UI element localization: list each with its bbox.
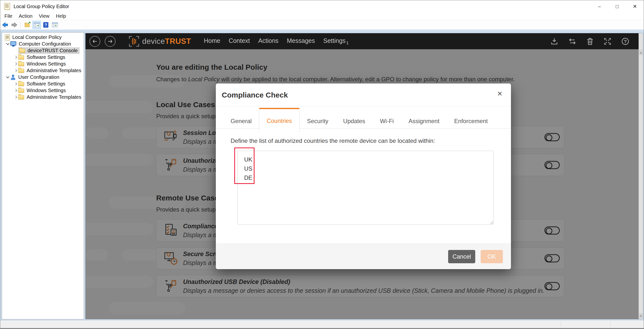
tab-assignment[interactable]: Assignment bbox=[401, 114, 447, 128]
tree-item-local-computer-policy[interactable]: Local Computer Policy bbox=[2, 34, 84, 41]
tab-general[interactable]: General bbox=[223, 114, 259, 128]
delete-icon[interactable] bbox=[586, 37, 594, 46]
back-icon[interactable] bbox=[1, 21, 9, 29]
country-entry: US bbox=[244, 164, 494, 173]
devicetrust-logo: deviceTRUST bbox=[128, 35, 191, 47]
computer-icon bbox=[10, 41, 16, 45]
console-top-nav: deviceTRUST Home Context Actions Message… bbox=[86, 33, 638, 49]
dialog-header: Compliance Check ✕ bbox=[216, 83, 511, 106]
window-title: Local Group Policy Editor bbox=[14, 4, 69, 9]
cancel-button[interactable]: Cancel bbox=[448, 250, 475, 263]
folder-icon bbox=[18, 82, 24, 86]
export-list-icon[interactable] bbox=[24, 21, 32, 29]
country-entry: DE bbox=[244, 173, 494, 182]
fullscreen-icon[interactable] bbox=[603, 37, 612, 46]
tree-item-computer-configuration[interactable]: Computer Configuration bbox=[2, 41, 84, 47]
countries-label: Define the list of authorized countries … bbox=[230, 137, 511, 144]
tree-item-software-settings-user[interactable]: Software Settings bbox=[2, 80, 84, 87]
menu-view[interactable]: View bbox=[39, 13, 50, 19]
toolbar-separator bbox=[20, 22, 21, 28]
chevron-right-icon[interactable] bbox=[13, 63, 18, 65]
menu-action[interactable]: Action bbox=[19, 13, 32, 19]
tab-security[interactable]: Security bbox=[300, 114, 336, 128]
folder-icon bbox=[18, 55, 24, 60]
console-tree-panel: Local Computer Policy Computer Configura… bbox=[2, 32, 84, 320]
tab-enforcement[interactable]: Enforcement bbox=[447, 114, 495, 128]
close-button[interactable]: ✕ bbox=[626, 0, 644, 12]
tab-updates[interactable]: Updates bbox=[336, 114, 372, 128]
tab-wifi[interactable]: Wi-Fi bbox=[372, 114, 401, 128]
folder-icon bbox=[18, 62, 24, 66]
folder-icon bbox=[18, 69, 24, 73]
dialog-body: Define the list of authorized countries … bbox=[216, 129, 511, 225]
gpedit-app-icon bbox=[4, 3, 10, 10]
chevron-right-icon[interactable] bbox=[13, 83, 18, 85]
resize-handle[interactable] bbox=[489, 220, 493, 224]
nav-actions[interactable]: Actions bbox=[258, 37, 278, 44]
download-icon[interactable] bbox=[550, 37, 559, 46]
scrollbar-down-icon[interactable]: ▼ bbox=[639, 313, 643, 319]
compliance-check-dialog: Compliance Check ✕ General Countries Sec… bbox=[216, 83, 511, 269]
nav-messages[interactable]: Messages bbox=[287, 37, 315, 44]
maximize-button[interactable]: □ bbox=[608, 0, 626, 12]
nav-settings[interactable]: Settings1 bbox=[323, 37, 348, 45]
brand-device: device bbox=[142, 37, 165, 45]
statusbar-separator bbox=[610, 321, 610, 327]
help-icon[interactable]: ? bbox=[621, 37, 630, 46]
nav-forward-icon[interactable] bbox=[105, 36, 116, 47]
policy-scroll-icon bbox=[5, 34, 10, 40]
nav-back-icon[interactable] bbox=[90, 36, 100, 47]
help-icon[interactable]: ? bbox=[42, 21, 50, 29]
dialog-footer: Cancel OK bbox=[216, 244, 511, 269]
countries-textarea[interactable]: UK US DE bbox=[238, 151, 494, 225]
svg-text:?: ? bbox=[44, 23, 47, 27]
menu-bar: File Action View Help bbox=[0, 12, 644, 20]
nav-context[interactable]: Context bbox=[229, 37, 250, 44]
tree-item-administrative-templates-user[interactable]: Administrative Templates bbox=[2, 94, 84, 100]
devicetrust-fingerprint-icon bbox=[128, 35, 140, 47]
folder-icon bbox=[19, 49, 25, 53]
console-header-icons: ? bbox=[550, 37, 630, 46]
tree-item-administrative-templates-computer[interactable]: Administrative Templates bbox=[2, 67, 84, 74]
scrollbar-up-icon[interactable]: ▲ bbox=[639, 50, 643, 55]
tree-item-windows-settings-computer[interactable]: Windows Settings bbox=[2, 61, 84, 67]
dialog-tabs: General Countries Security Updates Wi-Fi… bbox=[216, 106, 511, 129]
local-group-policy-editor-window: Local Group Policy Editor – □ ✕ File Act… bbox=[0, 0, 644, 329]
menu-help[interactable]: Help bbox=[56, 13, 66, 19]
tree-item-devicetrust-console[interactable]: deviceTRUST Console bbox=[2, 47, 84, 54]
console-nav-links: Home Context Actions Messages Settings1 bbox=[204, 37, 348, 45]
folder-icon bbox=[18, 95, 24, 99]
ok-button[interactable]: OK bbox=[481, 250, 503, 263]
dialog-title: Compliance Check bbox=[222, 91, 288, 99]
tab-countries[interactable]: Countries bbox=[259, 108, 300, 132]
vertical-scrollbar[interactable]: ▲ ▼ bbox=[638, 33, 643, 319]
titlebar: Local Group Policy Editor – □ ✕ bbox=[0, 0, 644, 12]
annotation-highlight-box bbox=[234, 147, 254, 184]
chevron-down-icon[interactable] bbox=[5, 43, 10, 44]
status-bar bbox=[0, 320, 644, 328]
svg-text:?: ? bbox=[624, 39, 627, 44]
forward-icon[interactable] bbox=[10, 21, 18, 29]
show-action-pane-icon[interactable] bbox=[51, 21, 59, 29]
transfer-icon[interactable] bbox=[568, 37, 577, 46]
window-bottom-edge bbox=[0, 328, 644, 329]
chevron-right-icon[interactable] bbox=[13, 89, 18, 92]
folder-icon bbox=[18, 89, 24, 93]
tree-item-software-settings-computer[interactable]: Software Settings bbox=[2, 54, 84, 61]
menu-file[interactable]: File bbox=[4, 13, 12, 19]
country-entry: UK bbox=[244, 155, 494, 164]
settings-badge: 1 bbox=[346, 41, 348, 45]
brand-trust: TRUST bbox=[165, 37, 191, 45]
minimize-button[interactable]: – bbox=[590, 0, 608, 12]
user-icon bbox=[10, 74, 16, 80]
chevron-down-icon[interactable] bbox=[5, 77, 10, 78]
selected-tree-row: deviceTRUST Console bbox=[18, 47, 80, 54]
tree-item-user-configuration[interactable]: User Configuration bbox=[2, 74, 84, 80]
tree-item-windows-settings-user[interactable]: Windows Settings bbox=[2, 87, 84, 94]
chevron-right-icon[interactable] bbox=[13, 56, 18, 58]
dialog-close-icon[interactable]: ✕ bbox=[497, 90, 502, 98]
show-console-tree-icon[interactable] bbox=[32, 21, 41, 29]
nav-home[interactable]: Home bbox=[204, 37, 220, 44]
chevron-right-icon[interactable] bbox=[13, 69, 18, 72]
chevron-right-icon[interactable] bbox=[13, 96, 18, 98]
